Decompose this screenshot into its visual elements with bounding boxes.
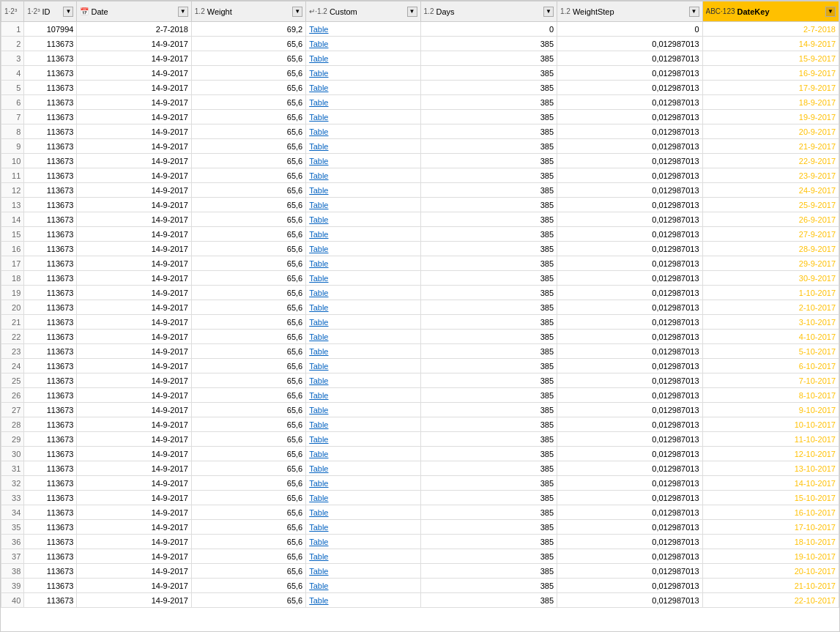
table-row: 1211367314-9-201765,6Table3850,012987013… bbox=[1, 183, 839, 198]
rownum-type-icon: 1·2³ bbox=[4, 7, 17, 15]
cell-days: 385 bbox=[420, 300, 557, 315]
cell-custom[interactable]: Table bbox=[306, 95, 420, 110]
cell-weightstep: 0,012987013 bbox=[557, 520, 702, 535]
cell-custom[interactable]: Table bbox=[306, 66, 420, 81]
cell-weight: 65,6 bbox=[191, 139, 305, 154]
cell-id: 113673 bbox=[24, 168, 77, 183]
cell-weight: 65,6 bbox=[191, 183, 305, 198]
cell-custom[interactable]: Table bbox=[306, 300, 420, 315]
cell-weight: 65,6 bbox=[191, 66, 305, 81]
cell-weightstep: 0,012987013 bbox=[557, 373, 702, 388]
cell-custom[interactable]: Table bbox=[306, 432, 420, 447]
cell-weight: 65,6 bbox=[191, 388, 305, 403]
cell-weight: 65,6 bbox=[191, 491, 305, 505]
date-type-icon: 📅 bbox=[80, 7, 89, 15]
cell-custom[interactable]: Table bbox=[306, 271, 420, 286]
table-row: 3211367314-9-201765,6Table3850,012987013… bbox=[1, 476, 839, 491]
cell-rownum: 11 bbox=[1, 168, 24, 183]
cell-weight: 65,6 bbox=[191, 403, 305, 417]
date-filter-button[interactable]: ▼ bbox=[178, 7, 188, 17]
cell-custom[interactable]: Table bbox=[306, 139, 420, 154]
cell-datekey: 26-9-2017 bbox=[702, 212, 839, 227]
cell-custom[interactable]: Table bbox=[306, 330, 420, 344]
days-type-icon: 1.2 bbox=[424, 7, 434, 15]
cell-weightstep: 0,012987013 bbox=[557, 447, 702, 461]
cell-rownum: 29 bbox=[1, 432, 24, 447]
cell-custom[interactable]: Table bbox=[306, 447, 420, 461]
cell-datekey: 22-9-2017 bbox=[702, 154, 839, 168]
cell-date: 14-9-2017 bbox=[77, 66, 191, 81]
cell-date: 14-9-2017 bbox=[77, 330, 191, 344]
cell-rownum: 16 bbox=[1, 242, 24, 256]
cell-custom[interactable]: Table bbox=[306, 183, 420, 198]
cell-custom[interactable]: Table bbox=[306, 286, 420, 300]
cell-custom[interactable]: Table bbox=[306, 198, 420, 212]
cell-days: 385 bbox=[420, 139, 557, 154]
weightstep-filter-button[interactable]: ▼ bbox=[689, 7, 699, 17]
cell-weightstep: 0,012987013 bbox=[557, 37, 702, 51]
cell-custom[interactable]: Table bbox=[306, 505, 420, 520]
cell-datekey: 19-10-2017 bbox=[702, 549, 839, 564]
cell-date: 14-9-2017 bbox=[77, 198, 191, 212]
cell-rownum: 14 bbox=[1, 212, 24, 227]
cell-datekey: 29-9-2017 bbox=[702, 256, 839, 271]
cell-custom[interactable]: Table bbox=[306, 388, 420, 403]
cell-custom[interactable]: Table bbox=[306, 520, 420, 535]
cell-custom[interactable]: Table bbox=[306, 403, 420, 417]
cell-custom[interactable]: Table bbox=[306, 168, 420, 183]
cell-custom[interactable]: Table bbox=[306, 417, 420, 432]
cell-custom[interactable]: Table bbox=[306, 154, 420, 168]
table-row: 2811367314-9-201765,6Table3850,012987013… bbox=[1, 417, 839, 432]
cell-custom[interactable]: Table bbox=[306, 110, 420, 124]
cell-days: 385 bbox=[420, 271, 557, 286]
cell-custom[interactable]: Table bbox=[306, 315, 420, 330]
cell-custom[interactable]: Table bbox=[306, 212, 420, 227]
cell-weight: 65,6 bbox=[191, 154, 305, 168]
cell-custom[interactable]: Table bbox=[306, 81, 420, 95]
cell-date: 14-9-2017 bbox=[77, 183, 191, 198]
cell-custom[interactable]: Table bbox=[306, 564, 420, 579]
cell-date: 14-9-2017 bbox=[77, 256, 191, 271]
cell-custom[interactable]: Table bbox=[306, 359, 420, 373]
cell-custom[interactable]: Table bbox=[306, 491, 420, 505]
cell-custom[interactable]: Table bbox=[306, 373, 420, 388]
col-label-date: Date bbox=[91, 7, 108, 16]
weight-filter-button[interactable]: ▼ bbox=[292, 7, 302, 17]
cell-days: 385 bbox=[420, 227, 557, 242]
cell-weightstep: 0,012987013 bbox=[557, 271, 702, 286]
cell-custom[interactable]: Table bbox=[306, 593, 420, 608]
table-row: 811367314-9-201765,6Table3850,0129870132… bbox=[1, 124, 839, 139]
cell-rownum: 15 bbox=[1, 227, 24, 242]
cell-date: 14-9-2017 bbox=[77, 51, 191, 66]
cell-id: 113673 bbox=[24, 579, 77, 593]
cell-custom[interactable]: Table bbox=[306, 37, 420, 51]
cell-custom[interactable]: Table bbox=[306, 535, 420, 549]
cell-custom[interactable]: Table bbox=[306, 124, 420, 139]
id-filter-button[interactable]: ▼ bbox=[63, 7, 73, 17]
table-row: 611367314-9-201765,6Table3850,0129870131… bbox=[1, 95, 839, 110]
cell-weight: 65,6 bbox=[191, 549, 305, 564]
cell-custom[interactable]: Table bbox=[306, 242, 420, 256]
days-filter-button[interactable]: ▼ bbox=[543, 7, 554, 17]
cell-custom[interactable]: Table bbox=[306, 549, 420, 564]
cell-custom[interactable]: Table bbox=[306, 51, 420, 66]
cell-custom[interactable]: Table bbox=[306, 461, 420, 476]
col-label-weight: Weight bbox=[207, 7, 232, 16]
cell-days: 385 bbox=[420, 447, 557, 461]
cell-rownum: 6 bbox=[1, 95, 24, 110]
datekey-filter-button[interactable]: ▼ bbox=[825, 7, 836, 17]
cell-custom[interactable]: Table bbox=[306, 579, 420, 593]
cell-id: 113673 bbox=[24, 359, 77, 373]
cell-custom[interactable]: Table bbox=[306, 256, 420, 271]
cell-custom[interactable]: Table bbox=[306, 227, 420, 242]
cell-datekey: 23-9-2017 bbox=[702, 168, 839, 183]
cell-custom[interactable]: Table bbox=[306, 344, 420, 359]
cell-weightstep: 0,012987013 bbox=[557, 286, 702, 300]
cell-days: 385 bbox=[420, 242, 557, 256]
cell-weightstep: 0,012987013 bbox=[557, 212, 702, 227]
custom-filter-button[interactable]: ▼ bbox=[407, 7, 417, 17]
cell-custom[interactable]: Table bbox=[306, 476, 420, 491]
cell-rownum: 13 bbox=[1, 198, 24, 212]
cell-custom[interactable]: Table bbox=[306, 22, 420, 37]
cell-days: 385 bbox=[420, 549, 557, 564]
